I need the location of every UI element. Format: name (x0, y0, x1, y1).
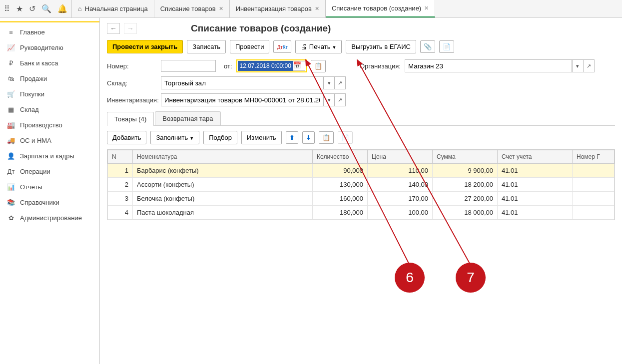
add-button[interactable]: Добавить (107, 131, 146, 144)
sidebar-item[interactable]: 🛍Продажи (0, 71, 99, 86)
calendar-icon[interactable]: 📅 (293, 61, 305, 71)
move-down-icon[interactable]: ⬇ (302, 131, 315, 144)
warehouse-dropdown-icon[interactable]: ▾ (323, 77, 334, 89)
paste-icon[interactable]: 📄 (338, 131, 353, 144)
goods-table: N Номенклатура Количество Цена Сумма Сче… (107, 149, 615, 220)
sidebar-item[interactable]: ✿Администрирование (0, 210, 99, 226)
sidebar-item[interactable]: 📈Руководителю (0, 40, 99, 55)
sidebar-item[interactable]: 🏭Производство (0, 117, 99, 133)
star-icon[interactable]: ★ (16, 4, 23, 13)
org-label: Организация: (360, 62, 401, 70)
sidebar: ≡Главное📈Руководителю₽Банк и касса🛍Прода… (0, 18, 100, 364)
col-n[interactable]: N (108, 150, 133, 164)
tab[interactable]: Инвентаризация товаров ✕ (230, 0, 326, 17)
sidebar-item[interactable]: 📚Справочники (0, 195, 99, 210)
table-row[interactable]: 3Белочка (конфеты)160,000170,0027 200,00… (108, 192, 615, 206)
table-row[interactable]: 2Ассорти (конфеты)130,000140,0018 200,00… (108, 178, 615, 192)
col-qty[interactable]: Количество (313, 150, 368, 164)
org-input[interactable] (405, 60, 572, 72)
inventory-input[interactable] (161, 94, 323, 106)
col-gtd[interactable]: Номер Г (573, 150, 615, 164)
number-input[interactable] (161, 60, 216, 72)
table-row[interactable]: 1Барбарис (конфеты)90,000110,009 900,004… (108, 164, 615, 178)
sidebar-item[interactable]: ₽Банк и касса (0, 55, 99, 71)
search-icon[interactable]: 🔍 (41, 4, 51, 13)
sidebar-item[interactable]: ≡Главное (0, 24, 99, 40)
copy-icon[interactable]: 📋 (319, 131, 334, 144)
date-input[interactable]: 12.07.2018 0:00:00 (238, 61, 293, 71)
attach-icon[interactable]: 📎 (420, 40, 435, 53)
print-button[interactable]: 🖨 Печать▼ (295, 40, 342, 53)
warehouse-input[interactable] (161, 77, 323, 89)
bell-icon[interactable]: 🔔 (57, 4, 67, 13)
egais-button[interactable]: Выгрузить в ЕГАИС (346, 40, 416, 53)
page-title: Списание товаров (создание) (191, 23, 331, 34)
warehouse-open-icon[interactable]: ↗ (334, 77, 345, 89)
date-label: от: (224, 62, 232, 70)
apps-icon[interactable]: ⠿ (4, 4, 10, 13)
number-label: Номер: (107, 62, 157, 70)
tab-bar: ⌂ Начальная страницаСписание товаров ✕Ин… (72, 0, 435, 17)
dt-kt-icon[interactable]: ДтКт (273, 40, 291, 53)
tab[interactable]: Списание товаров (создание) ✕ (326, 0, 435, 17)
sidebar-item[interactable]: ▦Склад (0, 102, 99, 117)
col-acct[interactable]: Счет учета (498, 150, 573, 164)
org-open-icon[interactable]: ↗ (583, 60, 594, 72)
col-nom[interactable]: Номенклатура (133, 150, 313, 164)
close-icon[interactable]: ✕ (424, 5, 429, 11)
change-button[interactable]: Изменить (241, 131, 282, 144)
post-close-button[interactable]: Провести и закрыть (107, 40, 183, 53)
forward-button[interactable]: → (124, 23, 137, 34)
save-button[interactable]: Записать (187, 40, 226, 53)
table-row[interactable]: 4Паста шоколадная180,000100,0018 000,004… (108, 206, 615, 220)
sidebar-item[interactable]: 👤Зарплата и кадры (0, 148, 99, 164)
org-dropdown-icon[interactable]: ▾ (572, 60, 583, 72)
report-icon[interactable]: 📄 (439, 40, 454, 53)
inventory-open-icon[interactable]: ↗ (334, 94, 345, 106)
fill-button[interactable]: Заполнить▼ (150, 131, 199, 144)
sidebar-item[interactable]: ДтОперации (0, 164, 99, 179)
callout-6: 6 (395, 263, 425, 293)
sidebar-item[interactable]: 🛒Покупки (0, 86, 99, 102)
callout-7: 7 (456, 263, 486, 293)
calendar2-icon[interactable]: 📋 (311, 60, 326, 72)
history-icon[interactable]: ↺ (29, 4, 35, 13)
tab[interactable]: Списание товаров ✕ (154, 0, 230, 17)
back-button[interactable]: ← (107, 23, 120, 34)
col-sum[interactable]: Сумма (433, 150, 498, 164)
col-price[interactable]: Цена (368, 150, 433, 164)
tab[interactable]: ⌂ Начальная страница (72, 0, 154, 17)
warehouse-label: Склад: (107, 79, 157, 87)
pick-button[interactable]: Подбор (203, 131, 237, 144)
tab-tare[interactable]: Возвратная тара (155, 111, 220, 125)
inventory-label: Инвентаризация: (107, 96, 157, 104)
close-icon[interactable]: ✕ (315, 5, 319, 12)
sidebar-item[interactable]: 🚚ОС и НМА (0, 133, 99, 148)
post-button[interactable]: Провести (230, 40, 270, 53)
close-icon[interactable]: ✕ (219, 5, 223, 12)
tab-goods[interactable]: Товары (4) (107, 112, 154, 126)
sidebar-item[interactable]: 📊Отчеты (0, 179, 99, 195)
inventory-dropdown-icon[interactable]: ▾ (323, 94, 334, 106)
move-up-icon[interactable]: ⬆ (286, 131, 298, 144)
